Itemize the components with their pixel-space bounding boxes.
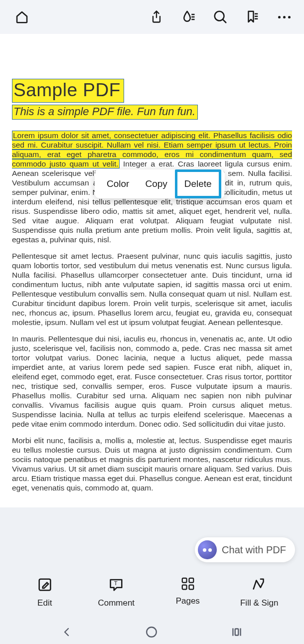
ink-button[interactable] [176,3,200,31]
comment-icon: T [108,576,125,593]
chat-label: Chat with PDF [222,544,286,556]
search-icon [213,9,228,24]
home-icon [14,9,29,24]
paragraph-2[interactable]: Pellentesque sit amet lectus. Praesent p… [12,251,292,327]
svg-rect-11 [189,578,193,583]
paragraph-4[interactable]: Morbi elit nunc, facilisis a, mollis a, … [12,436,292,492]
recent-apps-icon [230,626,243,639]
edit-button[interactable]: Edit [12,576,77,608]
bottom-panel: Chat with PDF Edit T Comment Pages [0,507,304,622]
fill-sign-button[interactable]: Fill & Sign [227,576,292,608]
bookmark-icon [245,9,260,24]
share-icon [150,10,163,24]
chevron-left-icon [61,626,73,638]
svg-rect-17 [235,629,238,636]
sys-recent-button[interactable] [230,626,243,641]
svg-rect-13 [189,585,193,590]
svg-rect-12 [182,585,187,590]
pages-icon [180,576,195,591]
comment-label: Comment [98,598,135,608]
fill-sign-label: Fill & Sign [240,598,279,608]
document-title[interactable]: Sample PDF [12,79,124,103]
more-icon [278,16,291,18]
search-button[interactable] [208,3,232,31]
menu-color[interactable]: Color [99,169,137,198]
document-page[interactable]: Sample PDF This is a simple PDF file. Fu… [0,34,304,507]
ink-icon [181,9,196,24]
svg-text:T: T [114,580,118,586]
menu-delete[interactable]: Delete [175,169,221,198]
chat-with-pdf-button[interactable]: Chat with PDF [195,537,295,562]
home-button[interactable] [8,3,36,31]
svg-point-14 [147,627,156,637]
pages-button[interactable]: Pages [155,576,220,608]
action-row: Edit T Comment Pages Fill & Sign [0,576,304,608]
fill-sign-icon [251,576,268,593]
comment-button[interactable]: T Comment [84,576,149,608]
system-nav-bar [0,622,304,644]
circle-icon [145,626,158,639]
edit-label: Edit [37,598,52,608]
sys-home-button[interactable] [145,626,158,641]
top-toolbar [0,0,304,34]
ai-icon [198,540,217,559]
svg-line-4 [223,19,226,22]
paragraph-3[interactable]: In mauris. Pellentesque dui nisi, iaculi… [12,334,292,429]
highlight-context-menu: Color Copy Delete [95,169,225,198]
edit-icon [36,576,53,593]
more-button[interactable] [272,3,296,31]
share-button[interactable] [145,3,168,31]
bookmark-button[interactable] [240,3,264,31]
menu-copy[interactable]: Copy [137,169,175,198]
sys-back-button[interactable] [61,626,73,640]
pages-label: Pages [176,596,200,606]
document-subtitle[interactable]: This is a simple PDF file. Fun fun fun. [12,105,198,120]
svg-rect-10 [182,578,187,583]
